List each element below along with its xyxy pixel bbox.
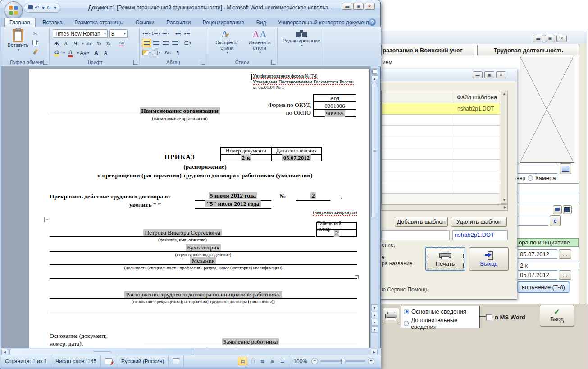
qat-customize-icon[interactable]: ▾ (54, 5, 56, 11)
undo-icon[interactable]: ↶ (35, 5, 39, 11)
dialog-minimize-button[interactable]: ▬ (473, 71, 483, 78)
scroll-up-arrow-icon[interactable]: ▲ (501, 91, 507, 97)
format-painter-button[interactable] (31, 47, 40, 56)
align-left-button[interactable] (142, 39, 151, 47)
hr-close-button[interactable]: ✕ (556, 35, 567, 42)
print-quick-button[interactable] (383, 308, 399, 323)
clear-formatting-button[interactable]: Aa (117, 39, 126, 48)
scroll-right-button[interactable]: ▶ (371, 349, 378, 355)
highlight-dropdown-icon[interactable]: ▾ (61, 49, 66, 57)
font-dialog-launcher-icon[interactable] (133, 60, 138, 65)
underline-button[interactable]: Ч (71, 39, 80, 48)
tab-view[interactable]: Вид (251, 18, 271, 27)
word-close-button[interactable]: ✕ (365, 3, 375, 10)
editing-dropdown-icon[interactable]: ▾ (301, 43, 303, 47)
template-row-empty[interactable] (382, 171, 500, 182)
camera-radio[interactable] (528, 175, 533, 181)
dialog-maximize-button[interactable]: ▣ (484, 71, 494, 78)
zoom-level[interactable]: 100% (289, 355, 311, 367)
template-row-selected[interactable]: nshab2p1.DOT (382, 103, 500, 115)
justify-button[interactable] (170, 39, 180, 47)
tab-page-layout[interactable]: Разметка страницы (69, 18, 128, 27)
undo-dropdown-icon[interactable]: ▾ (42, 5, 45, 11)
shading-button[interactable]: ▾ (142, 48, 151, 57)
subscript-button[interactable]: x2 (94, 39, 104, 48)
ruler-toggle-button[interactable] (371, 68, 378, 75)
word-minimize-button[interactable]: ▬ (342, 3, 352, 10)
bullets-button[interactable]: •▾ (142, 29, 151, 38)
tab-home[interactable]: Главная (4, 18, 36, 27)
change-case-button[interactable]: Aa▾ (80, 49, 89, 57)
radio-main-info[interactable]: Основные сведения (401, 306, 479, 315)
document-page[interactable]: Унифицированная форма № Т-8 Утверждена П… (29, 69, 370, 348)
bold-button[interactable]: Ж (52, 39, 61, 48)
hr-input-1[interactable] (518, 183, 579, 192)
dismissal-date-field[interactable]: 05.07.2012 (518, 270, 557, 280)
template-file-field[interactable]: nshab2p1.DOT (452, 230, 508, 240)
enter-button[interactable]: ✓ Ввод (540, 305, 574, 326)
order-number-field[interactable]: 2-к (518, 261, 579, 270)
document-name-field[interactable] (381, 230, 450, 240)
select-browse-object-button[interactable]: ● (371, 319, 378, 326)
paragraph-dialog-launcher-icon[interactable] (201, 60, 205, 65)
decrease-indent-button[interactable]: ◂ (173, 29, 182, 38)
paste-dropdown-icon[interactable]: ▾ (18, 48, 19, 52)
align-center-button[interactable] (151, 39, 161, 47)
template-row-empty[interactable] (382, 115, 500, 126)
page-count-status[interactable]: Страница: 1 из 1 (1, 355, 51, 367)
scroll-right-arrow-icon[interactable]: ▶ (504, 205, 506, 210)
delete-template-button[interactable]: Удалить шаблон (451, 217, 507, 227)
spellcheck-status[interactable]: ✗ (101, 355, 117, 367)
radio-extra-info[interactable]: Дополнительные сведения (401, 315, 479, 330)
editing-menu-button[interactable]: Редактирование ▾ (281, 28, 322, 58)
template-row-empty[interactable] (382, 182, 500, 194)
print-layout-view-button[interactable]: ▤ (238, 357, 247, 365)
table-move-handle-icon[interactable]: + (44, 217, 50, 222)
template-row-empty[interactable] (382, 126, 500, 137)
zoom-in-icon[interactable]: + (368, 358, 374, 364)
draft-view-button[interactable]: ☰ (278, 357, 287, 365)
font-color-button[interactable]: А (66, 49, 75, 57)
font-color-dropdown-icon[interactable]: ▾ (75, 49, 80, 57)
tab-review[interactable]: Рецензирование (198, 18, 250, 27)
order-date-picker-button[interactable]: ... (559, 249, 571, 259)
clipboard-dialog-launcher-icon[interactable] (43, 60, 48, 65)
photo-path-field[interactable] (518, 164, 557, 174)
scroll-left-button[interactable]: ◀ (1, 349, 8, 355)
italic-button[interactable]: К (61, 39, 71, 48)
styles-dialog-launcher-icon[interactable] (271, 60, 276, 65)
zoom-slider[interactable]: − + (311, 358, 381, 364)
language-status[interactable]: Русский (Россия) (117, 355, 169, 367)
shrink-font-button[interactable]: Аˇ (101, 49, 111, 57)
paste-button[interactable]: Вставить ▾ (7, 28, 29, 57)
show-paragraph-marks-button[interactable]: ¶ (173, 48, 182, 57)
copy-button[interactable] (31, 38, 40, 47)
next-page-button[interactable]: ▼ (371, 326, 378, 333)
dismissal-date-picker-button[interactable]: ... (559, 270, 571, 280)
dismissal-reason-field[interactable]: ора по инициативе (516, 238, 579, 247)
scroll-down-arrow-icon[interactable]: ▼ (501, 197, 507, 203)
font-size-combo[interactable]: 8▾ (109, 29, 128, 38)
zoom-slider-thumb[interactable] (341, 359, 345, 364)
tab-education-military[interactable]: разование и Воинский учет (381, 45, 474, 55)
word-vertical-scrollbar[interactable]: ▲ ▼ ▲ ● ▼ (370, 66, 378, 348)
acquire-photo-button[interactable] (560, 163, 571, 174)
template-table-vscrollbar[interactable]: ▲ ▼ (501, 91, 508, 204)
word-count-status[interactable]: Число слов: 145 (51, 355, 101, 367)
strikethrough-button[interactable]: abe (85, 39, 94, 48)
help-icon[interactable]: ? (369, 18, 376, 26)
save-icon[interactable] (28, 5, 33, 10)
template-row-empty[interactable] (382, 148, 500, 160)
scroll-up-button[interactable]: ▲ (371, 75, 378, 82)
zoom-out-icon[interactable]: − (311, 358, 318, 364)
multilevel-list-button[interactable]: ᵃ▾ (161, 29, 170, 38)
macro-recording-status[interactable] (169, 355, 184, 367)
msword-checkbox[interactable] (486, 314, 492, 320)
hr-minimize-button[interactable]: ▬ (533, 35, 543, 42)
fullscreen-view-button[interactable]: ▢ (248, 357, 257, 365)
tab-universal-converter[interactable]: Универсальный конвертер документов (273, 18, 380, 27)
hscroll-thumb[interactable] (9, 349, 194, 355)
word-maximize-button[interactable]: ▣ (353, 3, 364, 10)
msword-checkbox-row[interactable]: в MS Word (486, 314, 525, 321)
hr-maximize-button[interactable]: ▣ (545, 35, 555, 42)
